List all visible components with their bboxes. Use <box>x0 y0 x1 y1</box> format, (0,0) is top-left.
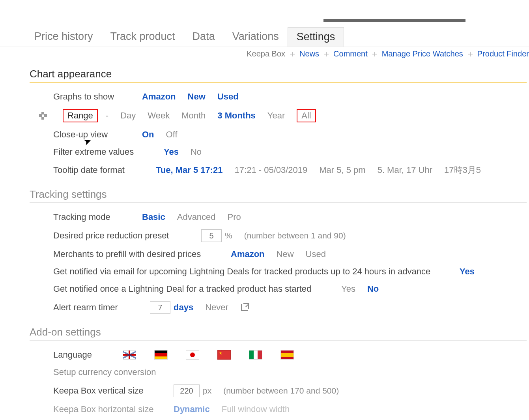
opt-range-all[interactable]: All <box>297 109 316 122</box>
plus-icon <box>467 51 473 57</box>
flag-it-icon[interactable] <box>249 350 262 360</box>
sublink-news[interactable]: News <box>299 49 319 58</box>
opt-graphs-used[interactable]: Used <box>217 92 239 102</box>
opt-filter-yes[interactable]: Yes <box>164 147 179 157</box>
unit-days[interactable]: days <box>174 302 193 313</box>
opt-mode-basic[interactable]: Basic <box>142 212 165 222</box>
label-merchants: Merchants to prefill with desired prices <box>53 249 219 259</box>
label-tooltipfmt: Tooltip date format <box>53 165 144 175</box>
section-title-chart: Chart appearance <box>30 68 529 80</box>
sublink-product-finder[interactable]: Product Finder <box>477 49 529 58</box>
section-chart-appearance: Chart appearance Graphs to show Amazon N… <box>30 68 529 180</box>
opt-merchants-used[interactable]: Used <box>306 249 326 259</box>
opt-tooltip-0[interactable]: Tue, Mar 5 17:21 <box>156 165 223 175</box>
opt-hsize-full[interactable]: Full window width <box>222 404 290 414</box>
opt-tooltip-2[interactable]: Mar 5, 5 pm <box>319 165 365 175</box>
plus-icon <box>372 51 378 57</box>
tab-bar: Price history Track product Data Variati… <box>0 19 529 47</box>
input-reduction[interactable] <box>201 229 222 242</box>
section-rule <box>30 202 527 203</box>
label-mode: Tracking mode <box>53 212 130 222</box>
opt-tooltip-3[interactable]: 5. Mar, 17 Uhr <box>378 165 432 175</box>
row-lightning-started: Get notified once a Lightning Deal for a… <box>30 280 529 298</box>
flag-jp-icon[interactable] <box>186 350 199 360</box>
section-addon-settings: Add-on settings Language Setup currency … <box>30 326 529 418</box>
tab-variations[interactable]: Variations <box>224 27 288 47</box>
row-range: Range - Day Week Month 3 Months Year All <box>30 105 529 126</box>
unit-percent: % <box>225 231 232 240</box>
flag-cn-icon[interactable] <box>217 350 231 360</box>
opt-tooltip-1[interactable]: 17:21 - 05/03/2019 <box>235 165 308 175</box>
label-closeup: Close-up view <box>53 129 130 140</box>
opt-mode-pro[interactable]: Pro <box>228 212 241 222</box>
opt-tooltip-4[interactable]: 17時3月5 <box>444 164 481 176</box>
opt-graphs-new[interactable]: New <box>188 92 206 102</box>
opt-graphs-amazon[interactable]: Amazon <box>142 92 176 102</box>
opt-mode-advanced[interactable]: Advanced <box>177 212 216 222</box>
flag-uk-icon[interactable] <box>123 350 136 360</box>
tab-settings[interactable]: Settings <box>288 27 344 47</box>
opt-lightning-started-no[interactable]: No <box>367 284 379 294</box>
opt-closeup-on[interactable]: On <box>142 129 154 140</box>
section-title-addon: Add-on settings <box>30 326 529 338</box>
sublink-comment[interactable]: Comment <box>333 49 368 58</box>
input-vsize[interactable] <box>174 384 200 397</box>
label-hsize: Keepa Box horizontal size <box>53 404 162 414</box>
opt-lightning-started-yes[interactable]: Yes <box>341 284 355 294</box>
unit-px: px <box>203 386 211 396</box>
label-language: Language <box>53 350 105 360</box>
opt-merchants-amazon[interactable]: Amazon <box>231 249 265 259</box>
row-lightning-email: Get notified via email for upcoming Ligh… <box>30 263 529 280</box>
section-title-tracking: Tracking settings <box>30 188 529 201</box>
row-alert-rearm: Alert rearm timer days Never <box>30 298 529 317</box>
label-lightning-started: Get notified once a Lightning Deal for a… <box>53 284 329 294</box>
flag-es-icon[interactable] <box>280 350 294 360</box>
opt-merchants-new[interactable]: New <box>277 249 294 259</box>
opt-lightning-email-yes[interactable]: Yes <box>460 266 475 277</box>
label-filter: Filter extreme values <box>53 147 152 157</box>
tab-price-history[interactable]: Price history <box>26 27 102 47</box>
section-rule <box>30 340 527 341</box>
row-language: Language <box>30 346 529 364</box>
opt-closeup-off[interactable]: Off <box>166 129 178 140</box>
row-currency-conversion[interactable]: Setup currency conversion <box>30 364 529 381</box>
flag-de-icon[interactable] <box>154 350 168 360</box>
row-merchants-prefill: Merchants to prefill with desired prices… <box>30 246 529 263</box>
opt-rearm-never[interactable]: Never <box>205 302 228 313</box>
section-rule <box>30 82 527 82</box>
label-vsize: Keepa Box vertical size <box>53 386 162 396</box>
drag-icon[interactable] <box>39 112 47 120</box>
plus-icon <box>289 51 295 57</box>
opt-hsize-dynamic[interactable]: Dynamic <box>174 404 210 414</box>
row-filter-extreme: Filter extreme values Yes No <box>30 143 529 161</box>
opt-filter-no[interactable]: No <box>191 147 202 157</box>
label-lightning-email: Get notified via email for upcoming Ligh… <box>53 266 448 277</box>
section-tracking-settings: Tracking settings Tracking mode Basic Ad… <box>30 188 529 317</box>
sublink-keepa-box: Keepa Box <box>247 49 285 58</box>
opt-range-year[interactable]: Year <box>267 111 285 121</box>
label-currency[interactable]: Setup currency conversion <box>53 367 156 377</box>
row-graphs-to-show: Graphs to show Amazon New Used <box>30 88 529 105</box>
opt-range-day[interactable]: Day <box>120 111 136 121</box>
row-keepa-horizontal-size: Keepa Box horizontal size Dynamic Full w… <box>30 401 529 418</box>
help-reduction: (number between 1 and 90) <box>244 231 346 240</box>
tab-track-product[interactable]: Track product <box>102 27 184 47</box>
sublink-manage-price-watches[interactable]: Manage Price Watches <box>382 49 463 58</box>
row-keepa-vertical-size: Keepa Box vertical size px (number betwe… <box>30 381 529 401</box>
row-tracking-mode: Tracking mode Basic Advanced Pro <box>30 208 529 226</box>
tab-data[interactable]: Data <box>184 27 224 47</box>
window-stub <box>323 19 465 22</box>
label-graphs: Graphs to show <box>53 92 130 102</box>
help-vsize: (number between 170 and 500) <box>223 386 339 396</box>
row-closeup: Close-up view On Off <box>30 126 529 143</box>
input-rearm[interactable] <box>150 301 170 314</box>
opt-range-month[interactable]: Month <box>181 111 206 121</box>
external-link-icon[interactable] <box>240 303 249 312</box>
opt-range-3months[interactable]: 3 Months <box>217 111 256 121</box>
sublinks-bar: Keepa Box News Comment Manage Price Watc… <box>0 47 529 59</box>
row-price-reduction: Desired price reduction preset % (number… <box>30 226 529 246</box>
label-rearm: Alert rearm timer <box>53 302 138 313</box>
opt-range-week[interactable]: Week <box>148 111 170 121</box>
plus-icon <box>323 51 329 57</box>
row-tooltip-format: Tooltip date format Tue, Mar 5 17:21 17:… <box>30 161 529 180</box>
